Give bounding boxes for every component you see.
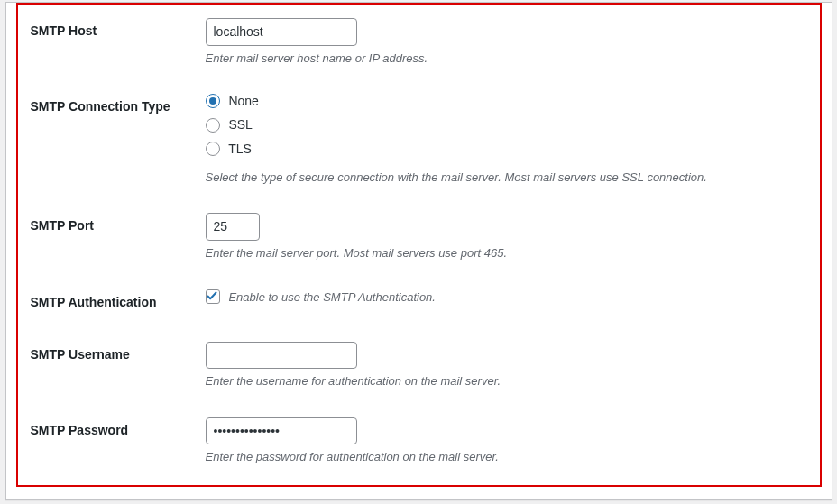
radio-ssl[interactable] [206,118,220,133]
smtp-auth-label[interactable]: Enable to use the SMTP Authentication. [206,289,436,304]
radio-label-tls[interactable]: TLS [206,142,811,156]
smtp-username-description: Enter the username for authentication on… [206,372,811,390]
smtp-auth-checkbox-label: Enable to use the SMTP Authentication. [228,290,436,304]
label-smtp-host: SMTP Host [18,5,206,80]
radio-label-ssl[interactable]: SSL [206,117,811,132]
smtp-port-input[interactable] [206,213,260,241]
radio-ssl-text: SSL [228,117,252,132]
radio-none[interactable] [206,94,220,108]
smtp-connection-type-fieldset: None SSL TLS [206,94,811,165]
smtp-password-description: Enter the password for authentication on… [206,448,811,466]
smtp-auth-checkbox[interactable] [206,289,220,304]
label-smtp-port: SMTP Port [18,199,206,275]
row-smtp-auth: SMTP Authentication Enable to use the SM… [18,276,820,328]
label-smtp-auth: SMTP Authentication [18,276,206,328]
label-smtp-connection-type: SMTP Connection Type [18,80,206,199]
row-smtp-username: SMTP Username Enter the username for aut… [18,328,820,404]
smtp-username-input[interactable] [206,342,357,370]
row-smtp-password: SMTP Password Enter the password for aut… [18,404,820,480]
radio-tls[interactable] [206,142,220,156]
label-smtp-username: SMTP Username [18,328,206,404]
smtp-host-description: Enter mail server host name or IP addres… [206,50,811,68]
smtp-settings-table: SMTP Host Enter mail server host name or… [18,5,820,480]
radio-tls-text: TLS [228,142,252,156]
settings-panel: SMTP Host Enter mail server host name or… [5,2,832,500]
smtp-host-input[interactable] [206,18,357,46]
smtp-port-description: Enter the mail server port. Most mail se… [206,244,811,262]
label-smtp-password: SMTP Password [18,404,206,480]
smtp-password-input[interactable] [206,417,357,445]
row-smtp-connection-type: SMTP Connection Type None SSL [18,80,820,199]
row-smtp-host: SMTP Host Enter mail server host name or… [18,5,820,80]
smtp-connection-type-description: Select the type of secure connection wit… [206,169,811,187]
radio-none-text: None [228,94,258,108]
highlight-frame: SMTP Host Enter mail server host name or… [16,3,822,487]
radio-label-none[interactable]: None [206,94,811,108]
row-smtp-port: SMTP Port Enter the mail server port. Mo… [18,199,820,275]
